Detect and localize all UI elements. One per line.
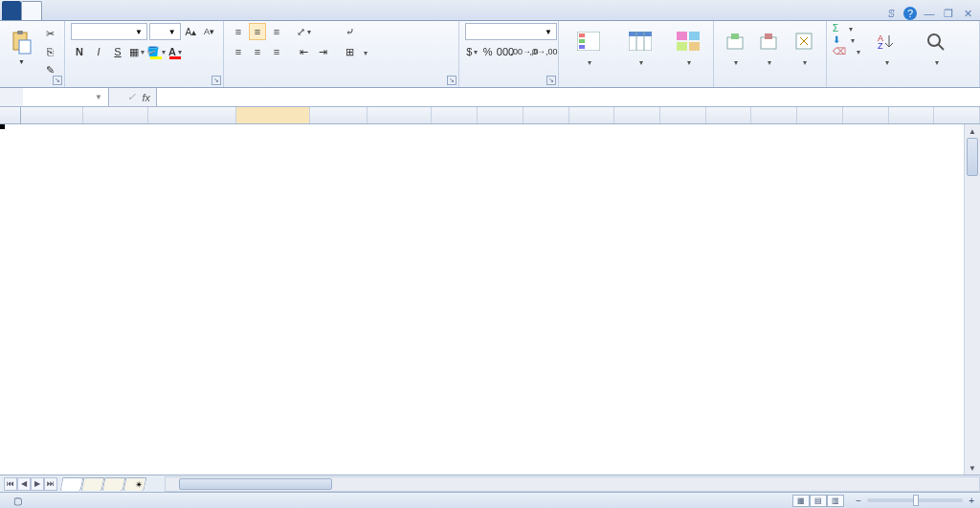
select-all-corner[interactable] <box>0 107 21 123</box>
increase-indent-button[interactable]: ⇥ <box>314 43 331 60</box>
file-tab[interactable] <box>2 1 21 20</box>
cell-styles-button[interactable] <box>668 23 707 73</box>
paste-icon <box>9 30 35 56</box>
dialog-launcher-icon[interactable]: ↘ <box>546 76 556 85</box>
col-header[interactable] <box>310 107 368 123</box>
merge-center-button[interactable]: ⊞ <box>341 43 368 60</box>
sheet-tab[interactable] <box>102 477 126 491</box>
decrease-indent-button[interactable]: ⇤ <box>295 43 312 60</box>
restore-icon[interactable]: ❐ <box>942 7 955 20</box>
col-header[interactable] <box>797 107 843 123</box>
tab-insert[interactable] <box>42 1 61 20</box>
align-bottom-button[interactable]: ≡ <box>268 23 285 40</box>
font-size-combo[interactable]: ▼ <box>149 23 181 40</box>
normal-view-icon: ▦ <box>792 495 810 507</box>
col-header[interactable] <box>614 107 660 123</box>
col-header[interactable] <box>368 107 433 123</box>
scroll-down-icon[interactable]: ▼ <box>965 461 980 475</box>
delete-cells-button[interactable] <box>753 23 783 73</box>
help-icon[interactable]: ? <box>903 7 917 20</box>
col-header[interactable] <box>83 107 148 123</box>
percent-button[interactable]: % <box>481 43 496 60</box>
format-cells-button[interactable] <box>787 23 820 73</box>
align-center-button[interactable]: ≡ <box>249 43 266 60</box>
border-button[interactable]: ▦ <box>128 43 145 60</box>
insert-cells-button[interactable] <box>720 23 749 73</box>
zoom-slider[interactable] <box>867 498 963 502</box>
close-icon[interactable]: ✕ <box>961 7 974 20</box>
formula-input[interactable] <box>157 88 980 106</box>
zoom-out-button[interactable]: − <box>856 496 861 506</box>
horizontal-scrollbar[interactable] <box>165 476 980 492</box>
format-as-table-button[interactable] <box>616 23 664 73</box>
font-color-button[interactable]: A <box>167 43 184 60</box>
col-header[interactable] <box>432 107 478 123</box>
col-header[interactable] <box>523 107 569 123</box>
clear-button[interactable]: ⌫ <box>833 46 860 56</box>
tab-developer[interactable] <box>157 1 176 20</box>
zoom-in-button[interactable]: + <box>969 496 974 506</box>
conditional-formatting-button[interactable] <box>565 23 612 73</box>
spreadsheet-grid[interactable]: ▲ ▼ <box>0 107 980 475</box>
col-header[interactable] <box>889 107 935 123</box>
grow-font-button[interactable]: A▴ <box>183 23 199 40</box>
vertical-scrollbar[interactable]: ▲ ▼ <box>964 124 980 475</box>
number-format-combo[interactable]: ▼ <box>465 23 557 40</box>
tab-addins[interactable] <box>176 1 195 20</box>
accounting-format-button[interactable]: $ <box>465 43 479 60</box>
sheet-nav[interactable]: ⏮◀▶⏭ <box>4 477 57 491</box>
align-middle-button[interactable]: ≡ <box>249 23 266 40</box>
dialog-launcher-icon[interactable]: ↘ <box>53 76 62 85</box>
minimize-icon[interactable]: — <box>923 7 936 20</box>
scroll-up-icon[interactable]: ▲ <box>965 124 980 138</box>
fill-color-button[interactable]: 🪣 <box>147 43 165 60</box>
paste-button[interactable]: ▼ <box>6 23 37 73</box>
view-buttons[interactable]: ▦▤▥ <box>792 495 844 507</box>
fill-button[interactable]: ⬇ <box>833 34 860 45</box>
col-header[interactable] <box>660 107 706 123</box>
tab-view[interactable] <box>138 1 157 20</box>
orientation-button[interactable]: ⤢ <box>295 23 312 40</box>
minimize-ribbon-icon[interactable]: ꕷ <box>884 7 898 20</box>
column-headers[interactable] <box>0 107 980 124</box>
col-header[interactable] <box>569 107 615 123</box>
tab-layout[interactable] <box>61 1 80 20</box>
align-left-button[interactable]: ≡ <box>230 43 247 60</box>
underline-button[interactable]: S <box>109 43 126 60</box>
font-name-combo[interactable]: ▼ <box>71 23 147 40</box>
new-sheet-button[interactable]: ✴ <box>123 477 147 491</box>
name-box[interactable]: ▼ <box>23 88 109 106</box>
align-right-button[interactable]: ≡ <box>268 43 285 60</box>
wrap-text-button[interactable]: ⤶ <box>341 23 368 40</box>
sheet-tab[interactable] <box>81 477 105 491</box>
tab-review[interactable] <box>119 1 138 20</box>
col-header[interactable] <box>236 107 311 123</box>
dialog-launcher-icon[interactable]: ↘ <box>212 76 221 85</box>
shrink-font-button[interactable]: A▾ <box>201 23 217 40</box>
insert-icon <box>722 28 748 55</box>
col-header[interactable] <box>934 107 980 123</box>
tab-home[interactable] <box>21 1 42 20</box>
col-header[interactable] <box>478 107 523 123</box>
sheet-tab[interactable] <box>60 477 84 491</box>
find-select-button[interactable] <box>912 23 960 73</box>
align-top-button[interactable]: ≡ <box>230 23 247 40</box>
autosum-button[interactable]: Σ <box>833 23 860 33</box>
col-header[interactable] <box>148 107 235 123</box>
col-header[interactable] <box>706 107 752 123</box>
decrease-decimal-button[interactable]: ,0→,00 <box>535 43 552 60</box>
col-header[interactable] <box>751 107 797 123</box>
copy-button[interactable]: ⎘ <box>41 43 58 60</box>
tab-data[interactable] <box>100 1 119 20</box>
dialog-launcher-icon[interactable]: ↘ <box>447 76 457 85</box>
macro-record-icon[interactable]: ▢ <box>13 496 22 506</box>
scroll-thumb[interactable] <box>967 138 978 176</box>
fx-button[interactable]: ✓fx <box>109 88 157 106</box>
col-header[interactable] <box>21 107 84 123</box>
col-header[interactable] <box>843 107 889 123</box>
sort-filter-button[interactable]: AZ <box>864 23 908 73</box>
cut-button[interactable]: ✂ <box>41 25 58 42</box>
bold-button[interactable]: N <box>71 43 88 60</box>
italic-button[interactable]: I <box>90 43 107 60</box>
tab-formulas[interactable] <box>80 1 100 20</box>
